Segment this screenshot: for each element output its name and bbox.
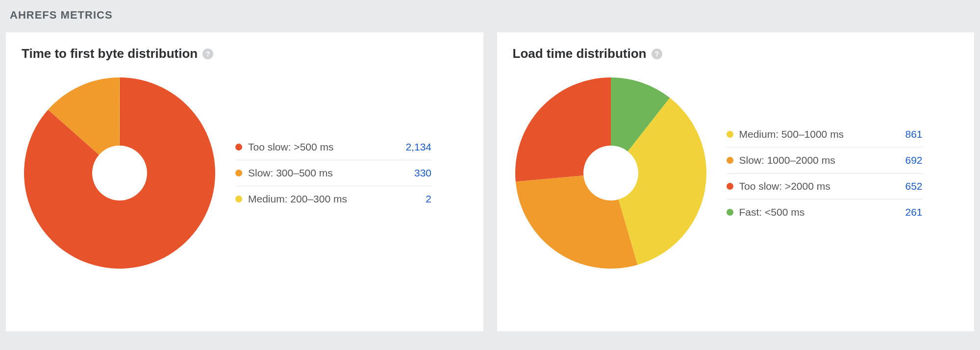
legend-label: Medium: 200–300 ms <box>248 193 347 205</box>
cards-container: Time to first byte distribution ? Too sl… <box>6 32 974 331</box>
section-title: AHREFS METRICS <box>6 9 974 22</box>
legend-item[interactable]: Slow: 300–500 ms 330 <box>235 160 431 186</box>
help-icon[interactable]: ? <box>202 49 213 59</box>
card-loadtime-body: Medium: 500–1000 ms 861 Slow: 1000–2000 … <box>513 75 959 271</box>
legend-value[interactable]: 652 <box>905 180 922 192</box>
legend-label: Fast: <500 ms <box>739 206 805 218</box>
circle-icon <box>727 183 733 190</box>
circle-icon <box>235 196 242 202</box>
legend-item[interactable]: Medium: 500–1000 ms 861 <box>727 122 923 148</box>
legend-item[interactable]: Medium: 200–300 ms 2 <box>235 186 431 212</box>
circle-icon <box>235 170 242 176</box>
card-ttfb: Time to first byte distribution ? Too sl… <box>6 32 483 331</box>
legend-label: Slow: 1000–2000 ms <box>739 154 835 166</box>
circle-icon <box>727 157 733 164</box>
legend-value[interactable]: 861 <box>905 128 922 140</box>
legend-item[interactable]: Slow: 1000–2000 ms 692 <box>727 148 923 174</box>
donut-chart-ttfb <box>22 75 218 271</box>
legend-value[interactable]: 2,134 <box>405 141 431 153</box>
legend-value[interactable]: 692 <box>905 154 922 166</box>
legend-value[interactable]: 261 <box>905 206 922 218</box>
legend-ttfb: Too slow: >500 ms 2,134 Slow: 300–500 ms… <box>235 134 431 212</box>
legend-label: Medium: 500–1000 ms <box>739 128 844 140</box>
card-ttfb-body: Too slow: >500 ms 2,134 Slow: 300–500 ms… <box>22 75 468 271</box>
legend-label: Slow: 300–500 ms <box>248 167 333 179</box>
legend-value[interactable]: 330 <box>414 167 431 179</box>
legend-item[interactable]: Fast: <500 ms 261 <box>727 200 923 225</box>
circle-icon <box>727 209 733 216</box>
donut-slice-red[interactable] <box>515 77 611 182</box>
legend-item[interactable]: Too slow: >500 ms 2,134 <box>235 134 431 160</box>
card-loadtime-title: Load time distribution <box>513 46 647 61</box>
legend-value[interactable]: 2 <box>426 193 431 205</box>
circle-icon <box>727 131 733 138</box>
donut-slice-orange[interactable] <box>515 175 637 269</box>
legend-loadtime: Medium: 500–1000 ms 861 Slow: 1000–2000 … <box>727 122 923 225</box>
legend-item[interactable]: Too slow: >2000 ms 652 <box>727 174 923 200</box>
legend-label: Too slow: >500 ms <box>248 141 334 153</box>
help-icon[interactable]: ? <box>652 49 662 59</box>
legend-label: Too slow: >2000 ms <box>739 180 830 192</box>
card-loadtime: Load time distribution ? Medium: 500–100… <box>497 32 975 331</box>
circle-icon <box>235 144 242 150</box>
card-loadtime-header: Load time distribution ? <box>513 46 959 61</box>
donut-chart-loadtime <box>513 75 709 271</box>
card-ttfb-title: Time to first byte distribution <box>22 46 198 61</box>
card-ttfb-header: Time to first byte distribution ? <box>22 46 468 61</box>
